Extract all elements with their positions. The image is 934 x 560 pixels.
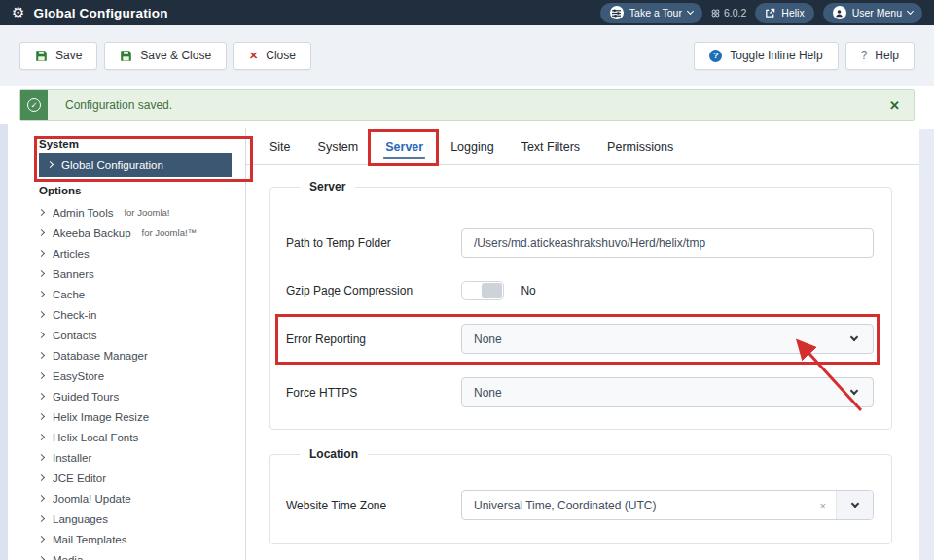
- version-number: 6.0.2: [724, 7, 746, 18]
- sidebar-item-cache[interactable]: Cache: [39, 284, 245, 304]
- sidebar-item-guided-tours[interactable]: Guided Tours: [39, 386, 245, 406]
- sidebar-item-database-manager[interactable]: Database Manager: [39, 345, 245, 366]
- joomla-version: 6.0.2: [711, 7, 746, 18]
- chevron-right-icon: [38, 434, 45, 440]
- active-tab-underline: [383, 157, 425, 159]
- location-fieldset: Location Website Time Zone Universal Tim…: [269, 447, 892, 544]
- chevron-right-icon: [38, 454, 45, 461]
- sidebar-item-easystore[interactable]: EasyStore: [39, 366, 245, 386]
- sidebar-item-akeeba-backup[interactable]: Akeeba Backupfor Joomla!™: [39, 223, 245, 243]
- chevron-right-icon: [38, 515, 45, 522]
- chevron-right-icon: [38, 291, 45, 298]
- chevron-right-icon: [38, 250, 45, 257]
- sidebar-item-helix-image-resize[interactable]: Helix Image Resize: [39, 406, 245, 427]
- toggle-inline-help-button[interactable]: ? Toggle Inline Help: [694, 42, 838, 70]
- location-legend: Location: [300, 447, 368, 461]
- tab-system[interactable]: System: [305, 128, 373, 164]
- sidebar-item-contacts[interactable]: Contacts: [39, 325, 245, 345]
- gzip-toggle[interactable]: [461, 281, 504, 300]
- close-button[interactable]: ✕ Close: [234, 42, 311, 70]
- right-scrollbar-track[interactable]: [919, 129, 934, 560]
- helix-label: Helix: [781, 7, 804, 18]
- website-time-zone-value: Universal Time, Coordinated (UTC): [474, 499, 656, 512]
- force-https-select[interactable]: None: [461, 377, 874, 407]
- floppy-disk-icon: [35, 50, 48, 62]
- tab-site[interactable]: Site: [256, 128, 305, 164]
- sidebar-item-mail-templates[interactable]: Mail Templates: [39, 529, 245, 549]
- floppy-disk-icon: [120, 50, 132, 62]
- tab-server[interactable]: Server: [372, 128, 437, 164]
- path-to-temp-folder-row: Path to Temp Folder: [286, 228, 876, 258]
- user-menu-label: User Menu: [852, 7, 902, 18]
- help-label: Help: [875, 49, 899, 62]
- chevron-right-icon: [38, 556, 45, 560]
- user-icon: [833, 6, 846, 19]
- server-legend: Server: [300, 180, 355, 193]
- check-circle-icon: ✓: [27, 98, 41, 112]
- chevron-right-icon: [38, 332, 45, 338]
- chevron-right-icon: [38, 474, 45, 481]
- chevron-right-icon: [38, 270, 45, 277]
- chevron-right-icon: [38, 393, 45, 400]
- chevron-down-icon: [687, 8, 694, 15]
- sidebar-options-list: Admin Toolsfor Joomla! Akeeba Backupfor …: [39, 202, 245, 560]
- force-https-row: Force HTTPS None: [286, 377, 876, 407]
- sidebar-item-helix-local-fonts[interactable]: Helix Local Fonts: [39, 427, 245, 447]
- path-to-temp-folder-input[interactable]: [461, 228, 874, 258]
- chevron-right-icon: [38, 372, 45, 379]
- website-time-zone-label: Website Time Zone: [286, 499, 461, 512]
- left-edge-strip: [0, 124, 8, 560]
- page-title: Global Configuration: [33, 6, 167, 20]
- top-header-bar: ⚙ Global Configuration Take a Tour 6.0.2…: [0, 0, 934, 25]
- toggle-inline-help-label: Toggle Inline Help: [730, 49, 822, 62]
- sidebar-item-languages[interactable]: Languages: [39, 508, 245, 529]
- sidebar-selected-wrap: Global Configuration: [39, 153, 245, 177]
- error-reporting-select[interactable]: None: [461, 324, 874, 354]
- tab-logging[interactable]: Logging: [437, 128, 508, 164]
- sidebar-item-installer[interactable]: Installer: [39, 447, 245, 468]
- path-to-temp-folder-label: Path to Temp Folder: [286, 236, 461, 250]
- joomla-icon: [711, 9, 720, 18]
- website-time-zone-select[interactable]: Universal Time, Coordinated (UTC) ×: [461, 490, 874, 520]
- chevron-right-icon: [38, 209, 45, 216]
- main-content: Site System Server Logging Text Filters …: [246, 128, 919, 560]
- take-a-tour-button[interactable]: Take a Tour: [600, 3, 702, 23]
- sidebar-item-admin-tools[interactable]: Admin Toolsfor Joomla!: [39, 202, 245, 223]
- save-and-close-button[interactable]: Save & Close: [104, 42, 227, 70]
- sidebar-item-banners[interactable]: Banners: [39, 263, 245, 284]
- chevron-right-icon: [38, 413, 45, 420]
- save-button[interactable]: Save: [19, 42, 97, 70]
- success-alert: ✓ Configuration saved. ✕: [19, 89, 915, 121]
- error-reporting-value: None: [474, 332, 502, 346]
- user-menu-button[interactable]: User Menu: [823, 3, 922, 23]
- helix-site-button[interactable]: Helix: [755, 3, 813, 23]
- chevron-right-icon: [38, 495, 45, 502]
- sidebar-heading-system: System: [39, 138, 245, 150]
- chevron-right-icon: [38, 229, 45, 236]
- chevron-right-icon: [38, 352, 45, 359]
- server-tab-panel: Server Path to Temp Folder Gzip Page Com…: [246, 180, 919, 560]
- tab-permissions[interactable]: Permissions: [593, 128, 687, 164]
- sidebar-item-media[interactable]: Media: [39, 549, 245, 560]
- toolbar-right-group: ? Toggle Inline Help ? Help: [694, 42, 915, 70]
- chevron-down-icon: [907, 8, 914, 15]
- help-button[interactable]: ? Help: [845, 42, 915, 70]
- sidebar-item-jce-editor[interactable]: JCE Editor: [39, 468, 245, 488]
- global-configuration-page: ⚙ Global Configuration Take a Tour 6.0.2…: [0, 0, 934, 560]
- gzip-toggle-state: No: [521, 284, 535, 298]
- save-and-close-label: Save & Close: [140, 49, 211, 62]
- header-right-group: Take a Tour 6.0.2 Helix User Menu: [600, 3, 922, 23]
- alert-close-icon[interactable]: ✕: [889, 98, 900, 113]
- sidebar-item-global-configuration[interactable]: Global Configuration: [39, 153, 232, 177]
- external-link-icon: [765, 8, 775, 18]
- clear-selection-icon[interactable]: ×: [810, 500, 836, 511]
- chevron-down-icon: [836, 391, 873, 394]
- tab-text-filters[interactable]: Text Filters: [508, 128, 593, 164]
- tab-bar: Site System Server Logging Text Filters …: [246, 128, 919, 165]
- website-time-zone-row: Website Time Zone Universal Time, Coordi…: [286, 490, 876, 520]
- sidebar-item-articles[interactable]: Articles: [39, 243, 245, 263]
- force-https-label: Force HTTPS: [286, 386, 461, 400]
- sidebar-item-check-in[interactable]: Check-in: [39, 304, 245, 325]
- server-fieldset: Server Path to Temp Folder Gzip Page Com…: [269, 180, 892, 430]
- sidebar-item-joomla-update[interactable]: Joomla! Update: [39, 488, 245, 508]
